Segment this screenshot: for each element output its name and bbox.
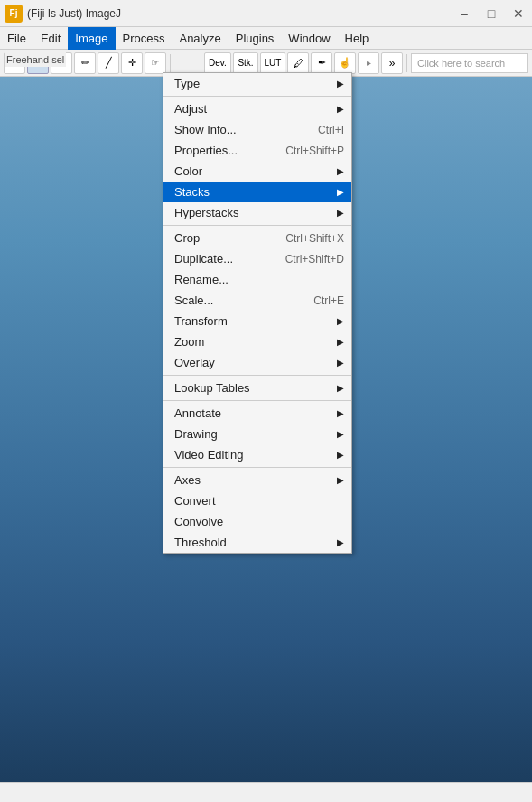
point-tool[interactable]: ✛	[121, 52, 143, 74]
search-placeholder: Click here to search	[417, 58, 505, 69]
axes-item[interactable]: Axes ▶	[163, 470, 351, 490]
pen-icon[interactable]: ✒	[311, 52, 332, 74]
stacks-item[interactable]: Stacks ▶	[163, 182, 351, 202]
stacks-arrow: ▶	[337, 187, 344, 197]
menu-analyze[interactable]: Analyze	[172, 27, 228, 50]
rename-item[interactable]: Rename...	[163, 269, 351, 290]
menu-bar: File Edit Image Process Analyze Plugins …	[0, 27, 532, 50]
color-item[interactable]: Color ▶	[163, 161, 351, 182]
axes-arrow: ▶	[337, 475, 344, 485]
freehand-tool[interactable]: ✏	[74, 52, 96, 74]
title-bar-controls: – □ ✕	[451, 0, 532, 27]
divider-1	[163, 96, 351, 97]
toolbar-separator-2	[406, 54, 407, 72]
menu-window[interactable]: Window	[281, 27, 337, 50]
lookup-arrow: ▶	[337, 383, 344, 393]
title-bar: Fj (Fiji Is Just) ImageJ – □ ✕	[0, 0, 532, 27]
more-btn[interactable]: »	[381, 52, 403, 74]
close-button[interactable]: ✕	[505, 0, 532, 27]
overlay-arrow: ▶	[337, 358, 344, 368]
show-info-item[interactable]: Show Info... Ctrl+I	[163, 119, 351, 140]
zoom-item[interactable]: Zoom ▶	[163, 331, 351, 352]
lut-btn[interactable]: LUT	[260, 52, 285, 74]
scale-item[interactable]: Scale... Ctrl+E	[163, 290, 351, 311]
overlay-item[interactable]: Overlay ▶	[163, 352, 351, 373]
pointer-icon[interactable]: ☝	[334, 52, 356, 74]
divider-5	[163, 467, 351, 468]
video-editing-arrow: ▶	[337, 450, 344, 460]
drawing-arrow: ▶	[337, 429, 344, 439]
duplicate-item[interactable]: Duplicate... Ctrl+Shift+D	[163, 248, 351, 269]
menu-image[interactable]: Image	[68, 27, 115, 50]
convert-item[interactable]: Convert	[163, 490, 351, 511]
hyperstacks-arrow: ▶	[337, 208, 344, 218]
image-menu-panel: Type ▶ Adjust ▶ Show Info... Ctrl+I Prop…	[163, 72, 352, 554]
annotate-item[interactable]: Annotate ▶	[163, 403, 351, 424]
properties-item[interactable]: Properties... Ctrl+Shift+P	[163, 140, 351, 161]
menu-help[interactable]: Help	[338, 27, 377, 50]
dev-btn[interactable]: Dev.	[204, 52, 231, 74]
transform-arrow: ▶	[337, 316, 344, 326]
toolbar-separator	[170, 54, 171, 72]
brush-icon[interactable]: 🖊	[287, 52, 309, 74]
lookup-tables-item[interactable]: Lookup Tables ▶	[163, 378, 351, 398]
divider-4	[163, 400, 351, 401]
status-bar	[0, 782, 532, 802]
search-box[interactable]: Click here to search	[411, 53, 528, 73]
minimize-button[interactable]: –	[451, 0, 478, 27]
menu-file[interactable]: File	[0, 27, 33, 50]
maximize-button[interactable]: □	[478, 0, 505, 27]
menu-process[interactable]: Process	[116, 27, 173, 50]
divider-3	[163, 375, 351, 376]
color-arrow: ▶	[337, 166, 344, 176]
wand-tool[interactable]: ☞	[145, 52, 166, 74]
type-arrow: ▶	[337, 79, 344, 89]
drawing-item[interactable]: Drawing ▶	[163, 424, 351, 444]
menu-edit[interactable]: Edit	[33, 27, 68, 50]
adjust-arrow: ▶	[337, 104, 344, 114]
threshold-item[interactable]: Threshold ▶	[163, 532, 351, 553]
crop-item[interactable]: Crop Ctrl+Shift+X	[163, 228, 351, 248]
freehand-label: Freehand sel	[5, 52, 66, 67]
zoom-arrow: ▶	[337, 337, 344, 347]
convolve-item[interactable]: Convolve	[163, 511, 351, 532]
divider-2	[163, 225, 351, 226]
transform-item[interactable]: Transform ▶	[163, 311, 351, 331]
title-bar-text: (Fiji Is Just) ImageJ	[27, 7, 451, 20]
annotate-arrow: ▶	[337, 408, 344, 418]
type-item[interactable]: Type ▶	[163, 73, 351, 94]
threshold-arrow: ▶	[337, 537, 344, 547]
hyperstacks-item[interactable]: Hyperstacks ▶	[163, 202, 351, 223]
arrow-icon[interactable]: ▸	[358, 52, 379, 74]
adjust-item[interactable]: Adjust ▶	[163, 98, 351, 119]
app-icon: Fj	[5, 5, 23, 23]
line-tool[interactable]: ╱	[98, 52, 119, 74]
toolbar-right: Dev. Stk. LUT 🖊 ✒ ☝ ▸ » Click here to se…	[204, 52, 528, 74]
menu-plugins[interactable]: Plugins	[229, 27, 282, 50]
stk-btn[interactable]: Stk.	[233, 52, 258, 74]
video-editing-item[interactable]: Video Editing ▶	[163, 444, 351, 465]
